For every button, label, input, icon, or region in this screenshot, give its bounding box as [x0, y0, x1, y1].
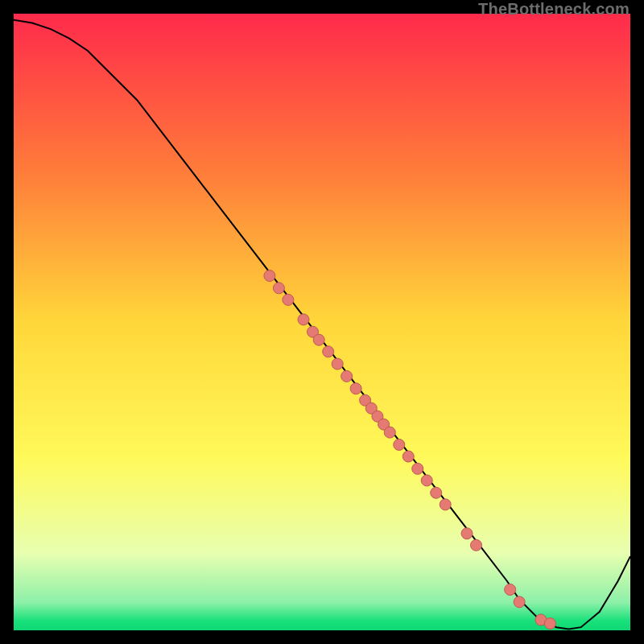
sample-point: [431, 487, 442, 498]
sample-point: [273, 283, 284, 294]
sample-point: [323, 346, 334, 357]
sample-point: [394, 439, 405, 450]
sample-point: [544, 618, 555, 630]
sample-point: [505, 584, 516, 595]
sample-point: [341, 370, 353, 382]
sample-point: [421, 475, 432, 486]
sample-point: [412, 463, 423, 474]
watermark: TheBottleneck.com: [478, 0, 630, 18]
sample-point: [384, 427, 395, 438]
chart-stage: TheBottleneck.com: [0, 0, 644, 644]
sample-point: [264, 270, 275, 282]
sample-point: [313, 334, 324, 345]
sample-point: [283, 294, 294, 305]
sample-point: [471, 539, 482, 551]
sample-point: [514, 597, 525, 608]
sample-point: [402, 451, 414, 462]
sample-point: [461, 528, 473, 539]
sample-point: [298, 314, 309, 325]
chart-svg: [14, 14, 630, 630]
sample-point: [332, 358, 343, 369]
sample-point: [440, 499, 451, 510]
heat-background: [14, 14, 630, 630]
sample-point: [350, 383, 361, 394]
plot-area: [14, 14, 630, 630]
